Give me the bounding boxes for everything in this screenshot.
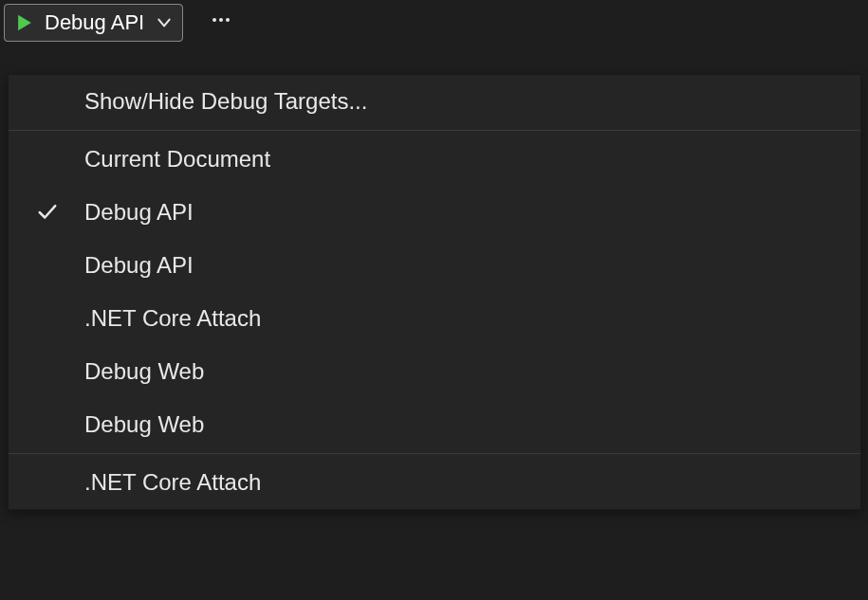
debug-toolbar: Debug API xyxy=(0,0,868,45)
chevron-down-icon xyxy=(156,14,173,31)
menu-item-net-core-attach[interactable]: .NET Core Attach xyxy=(9,292,860,345)
menu-separator xyxy=(9,453,860,454)
menu-item-debug-api[interactable]: Debug API xyxy=(9,186,860,239)
menu-item-debug-web-2[interactable]: Debug Web xyxy=(9,398,860,451)
svg-point-1 xyxy=(219,18,223,22)
menu-item-label: .NET Core Attach xyxy=(84,469,860,496)
debug-target-label: Debug API xyxy=(45,10,144,35)
play-icon xyxy=(14,12,35,33)
check-icon xyxy=(37,202,58,223)
svg-point-2 xyxy=(226,18,230,22)
menu-item-label: Debug API xyxy=(84,252,860,279)
menu-item-net-core-attach-2[interactable]: .NET Core Attach xyxy=(9,456,860,509)
ellipsis-icon xyxy=(210,9,232,37)
menu-separator xyxy=(9,130,860,131)
menu-item-label: Debug Web xyxy=(84,411,860,438)
menu-item-debug-web[interactable]: Debug Web xyxy=(9,345,860,398)
debug-targets-menu: Show/Hide Debug Targets... Current Docum… xyxy=(8,74,861,510)
menu-item-label: Show/Hide Debug Targets... xyxy=(84,88,860,115)
menu-item-label: Current Document xyxy=(84,146,860,173)
menu-item-debug-api-2[interactable]: Debug API xyxy=(9,239,860,292)
menu-item-label: .NET Core Attach xyxy=(84,305,860,332)
more-options-button[interactable] xyxy=(200,5,242,41)
menu-item-current-document[interactable]: Current Document xyxy=(9,133,860,186)
menu-item-label: Debug Web xyxy=(84,358,860,385)
svg-point-0 xyxy=(212,18,216,22)
menu-item-label: Debug API xyxy=(84,199,860,226)
debug-launch-button[interactable]: Debug API xyxy=(4,4,183,42)
menu-item-show-hide[interactable]: Show/Hide Debug Targets... xyxy=(9,75,860,128)
menu-check-col xyxy=(37,202,84,223)
